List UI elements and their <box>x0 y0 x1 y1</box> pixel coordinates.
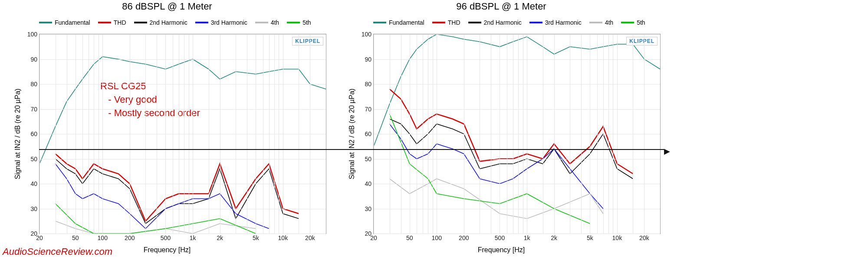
x-tick-label: 10k <box>612 234 622 241</box>
series-4th <box>56 221 256 234</box>
series-thd <box>390 89 633 174</box>
legend: FundamentalTHD2nd Harmonic3rd Harmonic4t… <box>39 14 326 31</box>
series-thd <box>56 154 299 221</box>
legend-item: THD <box>432 14 460 31</box>
series-4th <box>390 179 603 219</box>
legend: FundamentalTHD2nd Harmonic3rd Harmonic4t… <box>373 14 660 31</box>
y-tick-label: 60 <box>16 130 37 137</box>
legend-label: 3rd Harmonic <box>545 19 582 26</box>
y-tick-label: 100 <box>16 31 37 38</box>
legend-swatch-icon <box>39 22 52 23</box>
x-tick-label: 2k <box>217 234 223 241</box>
x-tick-label: 50 <box>72 234 79 241</box>
y-tick-label: 90 <box>16 56 37 63</box>
legend-label: Fundamental <box>55 19 90 26</box>
legend-label: 4th <box>271 19 279 26</box>
y-tick-label: 60 <box>350 130 372 137</box>
y-tick-label: 50 <box>350 156 372 162</box>
chart-title: 86 dBSPL @ 1 Meter <box>9 1 326 12</box>
legend-label: 2nd Harmonic <box>150 19 187 26</box>
y-tick-label: 50 <box>16 156 37 162</box>
legend-label: 5th <box>302 19 311 26</box>
footer-attribution: AudioScienceReview.com <box>3 246 112 257</box>
x-axis-label: Frequency [Hz] <box>343 246 660 254</box>
x-tick-label: 20 <box>370 234 377 241</box>
x-tick-label: 500 <box>495 234 505 241</box>
legend-label: 3rd Harmonic <box>211 19 247 26</box>
legend-item: 5th <box>621 14 645 31</box>
y-tick-label: 80 <box>16 81 37 88</box>
legend-swatch-icon <box>373 22 386 23</box>
legend-label: 5th <box>637 19 645 26</box>
x-tick-label: 20 <box>36 234 43 241</box>
legend-swatch-icon <box>287 22 300 23</box>
legend-item: 4th <box>589 14 613 31</box>
legend-item: 2nd Harmonic <box>468 14 522 31</box>
x-tick-label: 100 <box>432 234 442 241</box>
x-tick-label: 5k <box>587 234 593 241</box>
legend-swatch-icon <box>255 22 268 23</box>
legend-item: THD <box>98 14 126 31</box>
legend-swatch-icon <box>432 22 445 23</box>
y-tick-label: 30 <box>350 205 372 212</box>
x-tick-label: 500 <box>161 234 171 241</box>
x-tick-label: 20k <box>639 234 649 241</box>
x-tick-label: 50 <box>406 234 413 241</box>
legend-item: Fundamental <box>373 14 424 31</box>
y-tick-label: 70 <box>16 106 37 113</box>
y-tick-label: 20 <box>350 230 372 237</box>
x-tick-label: 20k <box>305 234 315 241</box>
legend-label: 2nd Harmonic <box>484 19 522 26</box>
legend-label: 4th <box>605 19 613 26</box>
y-tick-label: 20 <box>16 230 37 237</box>
series-3rd-harmonic <box>56 164 269 229</box>
x-tick-label: 10k <box>278 234 288 241</box>
x-tick-label: 1k <box>190 234 196 241</box>
y-tick-label: 90 <box>350 56 372 63</box>
y-tick-label: 100 <box>350 31 372 38</box>
reference-line-50db <box>39 149 664 150</box>
legend-swatch-icon <box>468 22 481 23</box>
chart-86db: 86 dBSPL @ 1 Meter FundamentalTHD2nd Har… <box>9 0 326 254</box>
legend-swatch-icon <box>621 22 634 23</box>
x-tick-label: 200 <box>125 234 135 241</box>
legend-swatch-icon <box>98 22 111 23</box>
legend-swatch-icon <box>529 22 542 23</box>
x-tick-label: 100 <box>98 234 108 241</box>
annotation-text: RSL CG25 - Very good - Mostly second ord… <box>100 80 200 120</box>
legend-item: 3rd Harmonic <box>195 14 247 31</box>
y-tick-label: 70 <box>350 106 372 113</box>
legend-label: Fundamental <box>389 19 424 26</box>
annotation-title: RSL CG25 <box>100 81 146 91</box>
legend-swatch-icon <box>195 22 208 23</box>
legend-swatch-icon <box>134 22 147 23</box>
x-tick-label: 2k <box>551 234 557 241</box>
watermark: KLIPPEL <box>292 37 323 46</box>
legend-label: THD <box>448 19 460 26</box>
legend-swatch-icon <box>589 22 602 23</box>
legend-item: 3rd Harmonic <box>529 14 582 31</box>
legend-item: Fundamental <box>39 14 90 31</box>
series-5th <box>390 114 590 224</box>
legend-item: 4th <box>255 14 279 31</box>
x-tick-label: 1k <box>524 234 530 241</box>
reference-line-arrow-icon: ▶ <box>664 146 670 156</box>
chart-96db: 96 dBSPL @ 1 Meter FundamentalTHD2nd Har… <box>343 0 660 254</box>
legend-label: THD <box>114 19 126 26</box>
x-tick-label: 200 <box>459 234 469 241</box>
plot-area: Signal at IN2 / dB (re 20 µPa) KLIPPEL R… <box>39 34 326 234</box>
y-tick-label: 30 <box>16 205 37 212</box>
series-3rd-harmonic <box>390 124 603 209</box>
y-tick-label: 40 <box>350 180 372 187</box>
x-tick-label: 5k <box>253 234 259 241</box>
plot-area: Signal at IN2 / dB (re 20 µPa) KLIPPEL 2… <box>373 34 661 234</box>
chart-title: 96 dBSPL @ 1 Meter <box>343 1 660 12</box>
y-tick-label: 80 <box>350 81 372 88</box>
y-tick-label: 40 <box>16 180 37 187</box>
series-2nd-harmonic <box>56 159 299 224</box>
legend-item: 5th <box>287 14 311 31</box>
watermark: KLIPPEL <box>626 37 658 46</box>
legend-item: 2nd Harmonic <box>134 14 187 31</box>
annotation-bullet: - Very good <box>108 94 157 105</box>
